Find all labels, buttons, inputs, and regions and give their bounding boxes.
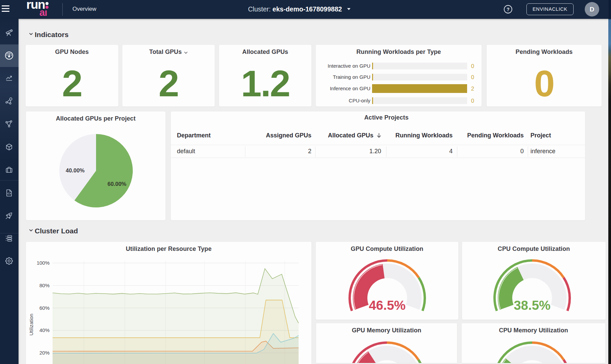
svg-text:80%: 80%	[39, 283, 50, 288]
svg-text:20%: 20%	[39, 350, 50, 356]
svg-text:Utilization: Utilization	[28, 313, 34, 335]
svg-text:60%: 60%	[39, 305, 50, 311]
svg-text:?: ?	[507, 7, 510, 12]
svg-text:40.00%: 40.00%	[66, 167, 85, 173]
svg-text:38.5%: 38.5%	[514, 298, 550, 312]
svg-text:60.00%: 60.00%	[108, 181, 126, 187]
svg-text:100%: 100%	[37, 260, 50, 266]
svg-text:40%: 40%	[39, 327, 50, 333]
svg-text:46.5%: 46.5%	[369, 298, 405, 312]
